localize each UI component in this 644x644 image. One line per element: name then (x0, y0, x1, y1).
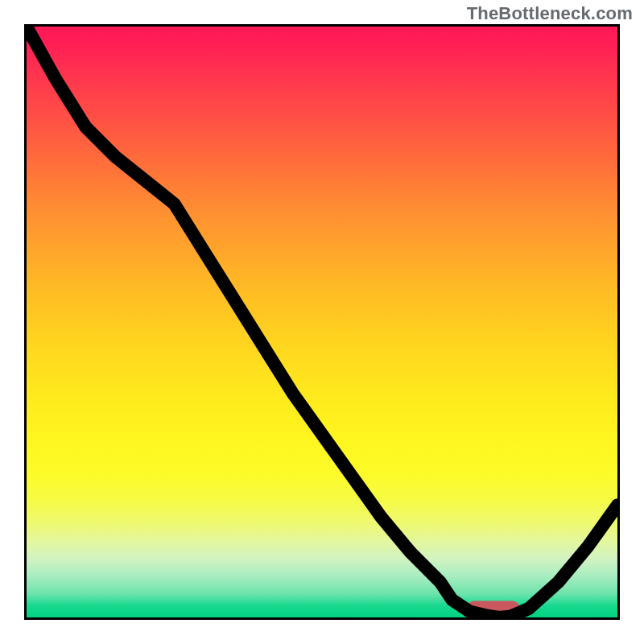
watermark-text: TheBottleneck.com (467, 3, 633, 24)
plot-area (24, 24, 620, 620)
curve-layer (27, 27, 617, 617)
bottleneck-curve (27, 27, 617, 617)
bottleneck-chart: TheBottleneck.com (0, 0, 644, 644)
